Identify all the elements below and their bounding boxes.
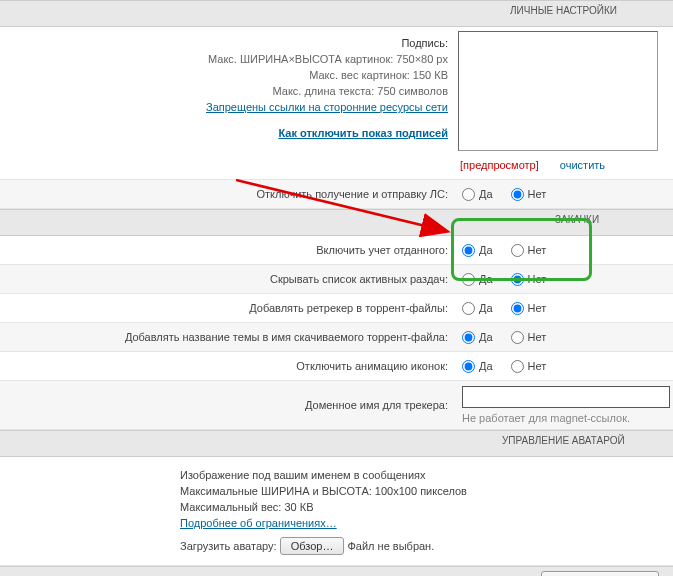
signature-label: Подпись: bbox=[4, 35, 448, 51]
avatar-line1: Изображение под вашим именем в сообщения… bbox=[180, 467, 649, 483]
row-topicname: Добавлять название темы в имя скачиваемо… bbox=[0, 323, 673, 352]
section-header-avatar: УПРАВЛЕНИЕ АВАТАРОЙ bbox=[0, 430, 673, 457]
pm-no-label: Нет bbox=[528, 188, 547, 200]
signature-ban-link[interactable]: Запрещены ссылки на сторонние ресурсы се… bbox=[206, 101, 448, 113]
row-hidelist: Скрывать список активных раздач: Да Нет bbox=[0, 265, 673, 294]
row-label: Добавлять название темы в имя скачиваемо… bbox=[0, 323, 454, 351]
hidelist-yes[interactable]: Да bbox=[462, 273, 493, 286]
pm-yes[interactable]: Да bbox=[462, 188, 493, 201]
row-seed: Включить учет отданного: Да Нет bbox=[0, 236, 673, 265]
row-label: Отключить анимацию иконок: bbox=[0, 352, 454, 380]
retracker-no-label: Нет bbox=[528, 302, 547, 314]
no-file-label: Файл не выбран. bbox=[347, 540, 434, 552]
seed-yes[interactable]: Да bbox=[462, 244, 493, 257]
tracker-domain-hint: Не работает для magnet-ссылок. bbox=[462, 412, 630, 424]
section-title: ЗАКАЧКИ bbox=[555, 214, 599, 225]
signature-dims: Макс. ШИРИНА×ВЫСОТА картинок: 750×80 px bbox=[4, 51, 448, 67]
signature-textlen: Макс. длина текста: 750 символов bbox=[4, 83, 448, 99]
retracker-yes-label: Да bbox=[479, 302, 493, 314]
section-header-downloads: ЗАКАЧКИ bbox=[0, 209, 673, 236]
browse-button[interactable]: Обзор… bbox=[280, 537, 345, 555]
seed-no[interactable]: Нет bbox=[511, 244, 547, 257]
hidelist-no[interactable]: Нет bbox=[511, 273, 547, 286]
tracker-domain-input[interactable] bbox=[462, 386, 670, 408]
row-label: Доменное имя для трекера: bbox=[0, 381, 454, 429]
signature-preview-link[interactable]: [предпросмотр] bbox=[460, 159, 539, 171]
signature-row: Подпись: Макс. ШИРИНА×ВЫСОТА картинок: 7… bbox=[0, 27, 673, 180]
hidelist-no-label: Нет bbox=[528, 273, 547, 285]
signature-howto-link[interactable]: Как отключить показ подписей bbox=[278, 127, 448, 139]
row-label: Добавлять ретрекер в торрент-файлы: bbox=[0, 294, 454, 322]
anim-no-label: Нет bbox=[528, 360, 547, 372]
retracker-no[interactable]: Нет bbox=[511, 302, 547, 315]
seed-yes-label: Да bbox=[479, 244, 493, 256]
topicname-yes-label: Да bbox=[479, 331, 493, 343]
section-title: ЛИЧНЫЕ НАСТРОЙКИ bbox=[510, 5, 617, 16]
anim-no[interactable]: Нет bbox=[511, 360, 547, 373]
row-pm: Отключить получение и отправку ЛС: Да Не… bbox=[0, 180, 673, 209]
avatar-line3: Максимальный вес: 30 КВ bbox=[180, 499, 649, 515]
signature-info: Подпись: Макс. ШИРИНА×ВЫСОТА картинок: 7… bbox=[0, 27, 454, 179]
hidelist-yes-label: Да bbox=[479, 273, 493, 285]
submit-button[interactable]: Отправить bbox=[541, 571, 659, 576]
signature-textarea[interactable] bbox=[458, 31, 658, 151]
pm-yes-label: Да bbox=[479, 188, 493, 200]
upload-label: Загрузить аватару: bbox=[180, 540, 277, 552]
seed-no-label: Нет bbox=[528, 244, 547, 256]
section-title: УПРАВЛЕНИЕ АВАТАРОЙ bbox=[502, 435, 625, 446]
row-label: Отключить получение и отправку ЛС: bbox=[0, 180, 454, 208]
avatar-line2: Максимальные ШИРИНА и ВЫСОТА: 100x100 пи… bbox=[180, 483, 649, 499]
retracker-yes[interactable]: Да bbox=[462, 302, 493, 315]
row-retracker: Добавлять ретрекер в торрент-файлы: Да Н… bbox=[0, 294, 673, 323]
topicname-no-label: Нет bbox=[528, 331, 547, 343]
anim-yes-label: Да bbox=[479, 360, 493, 372]
row-label: Скрывать список активных раздач: bbox=[0, 265, 454, 293]
pm-no[interactable]: Нет bbox=[511, 188, 547, 201]
avatar-block: Изображение под вашим именем в сообщения… bbox=[0, 457, 673, 566]
row-anim: Отключить анимацию иконок: Да Нет bbox=[0, 352, 673, 381]
signature-clear-link[interactable]: очистить bbox=[560, 159, 605, 171]
submit-row: Отправить bbox=[0, 566, 673, 576]
signature-weight: Макс. вес картинок: 150 КВ bbox=[4, 67, 448, 83]
anim-yes[interactable]: Да bbox=[462, 360, 493, 373]
row-domain: Доменное имя для трекера: Не работает дл… bbox=[0, 381, 673, 430]
topicname-no[interactable]: Нет bbox=[511, 331, 547, 344]
topicname-yes[interactable]: Да bbox=[462, 331, 493, 344]
row-label: Включить учет отданного: bbox=[0, 236, 454, 264]
avatar-more-link[interactable]: Подробнее об ограничениях… bbox=[180, 517, 337, 529]
section-header-personal: ЛИЧНЫЕ НАСТРОЙКИ bbox=[0, 0, 673, 27]
